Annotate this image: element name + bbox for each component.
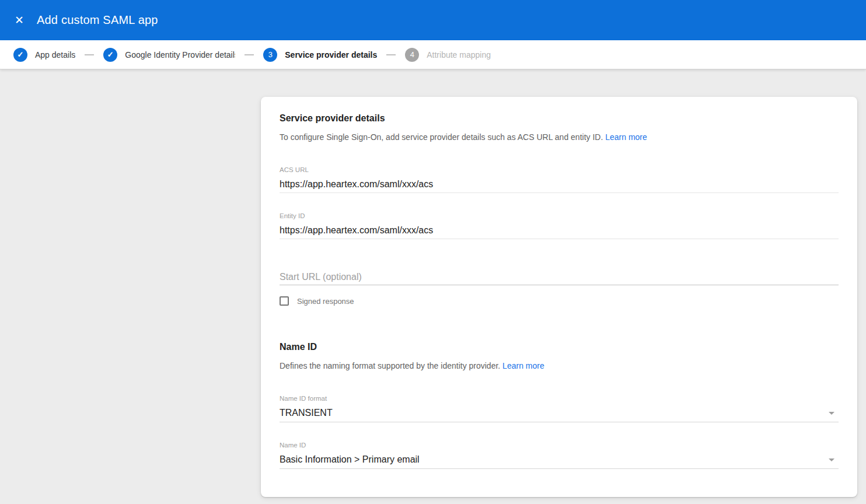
add-custom-saml-app-dialog: ✕ Add custom SAML app ✓ App details ✓ Go… <box>0 0 866 504</box>
step-separator <box>386 54 396 55</box>
signed-response-checkbox-row[interactable]: Signed response <box>280 296 839 306</box>
name-id-value: Basic Information > Primary email <box>280 454 420 465</box>
step-service-provider-details[interactable]: 3 Service provider details <box>263 48 377 62</box>
signed-response-label: Signed response <box>297 297 354 306</box>
name-id-section-title: Name ID <box>280 342 839 352</box>
name-id-format-field-group: Name ID format TRANSIENT <box>280 395 839 422</box>
wizard-stepper: ✓ App details ✓ Google Identity Provider… <box>0 40 866 69</box>
card-description-text: To configure Single Sign-On, add service… <box>280 132 603 142</box>
card-description: To configure Single Sign-On, add service… <box>280 132 839 142</box>
acs-url-input[interactable] <box>280 179 839 193</box>
step-label: App details <box>35 50 75 60</box>
step-completed-check-icon: ✓ <box>13 48 27 62</box>
dialog-header: ✕ Add custom SAML app <box>0 0 866 40</box>
service-provider-details-card: Service provider details To configure Si… <box>261 97 857 497</box>
step-google-idp-details[interactable]: ✓ Google Identity Provider details <box>103 48 235 62</box>
acs-url-field-group: ACS URL <box>280 166 839 193</box>
step-app-details[interactable]: ✓ App details <box>13 48 75 62</box>
name-id-format-value: TRANSIENT <box>280 408 333 418</box>
step-completed-check-icon: ✓ <box>103 48 117 62</box>
step-label: Google Identity Provider details <box>125 50 235 60</box>
signed-response-checkbox[interactable] <box>280 296 289 306</box>
entity-id-field-group: Entity ID <box>280 212 839 239</box>
start-url-input[interactable] <box>280 272 839 285</box>
step-number-badge: 4 <box>405 48 419 62</box>
card-title: Service provider details <box>280 97 839 124</box>
entity-id-input[interactable] <box>280 225 839 239</box>
name-id-field-group: Name ID Basic Information > Primary emai… <box>280 442 839 469</box>
step-separator <box>245 54 254 55</box>
learn-more-link[interactable]: Learn more <box>502 361 544 370</box>
acs-url-label: ACS URL <box>280 166 839 173</box>
name-id-description: Defines the naming format supported by t… <box>280 361 839 370</box>
step-label: Attribute mapping <box>427 50 491 60</box>
name-id-label: Name ID <box>280 442 839 449</box>
dropdown-arrow-icon <box>829 459 834 461</box>
close-icon[interactable]: ✕ <box>12 13 27 28</box>
name-id-description-text: Defines the naming format supported by t… <box>280 361 500 370</box>
name-id-format-select[interactable]: TRANSIENT <box>280 408 839 422</box>
learn-more-link[interactable]: Learn more <box>605 132 647 142</box>
step-attribute-mapping[interactable]: 4 Attribute mapping <box>405 48 491 62</box>
dropdown-arrow-icon <box>829 412 834 415</box>
name-id-format-label: Name ID format <box>280 395 839 402</box>
name-id-select[interactable]: Basic Information > Primary email <box>280 454 839 469</box>
entity-id-label: Entity ID <box>280 212 839 219</box>
step-number-badge: 3 <box>263 48 277 62</box>
dialog-title: Add custom SAML app <box>37 13 158 27</box>
step-separator <box>85 54 94 55</box>
step-label: Service provider details <box>285 50 377 60</box>
